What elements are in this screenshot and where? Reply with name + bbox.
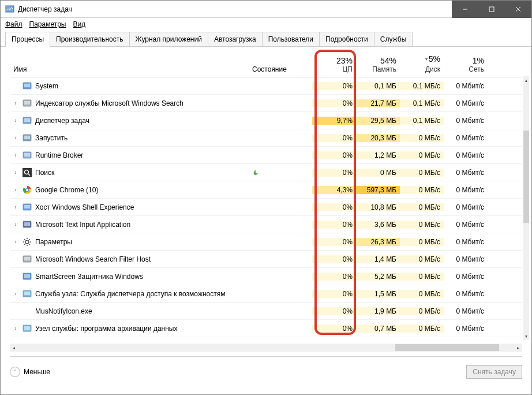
expand-toggle-icon[interactable]: › bbox=[12, 290, 19, 297]
expand-toggle-icon[interactable]: › bbox=[12, 135, 19, 141]
table-header: Имя Состояние 23% ЦП 54% Память ▾5% Диск… bbox=[10, 53, 522, 77]
memory-value: 1,4 МБ bbox=[356, 255, 400, 263]
network-value: 0 Мбит/с bbox=[444, 82, 488, 90]
memory-value: 1,9 МБ bbox=[356, 307, 400, 315]
table-row[interactable]: ›Google Chrome (10)4,3%597,3 МБ0 МБ/с0 М… bbox=[10, 181, 522, 199]
tab-3[interactable]: Автозагрузка bbox=[208, 32, 263, 46]
cpu-value: 0% bbox=[312, 169, 356, 177]
scrollbar-thumb[interactable] bbox=[523, 131, 529, 223]
tab-2[interactable]: Журнал приложений bbox=[129, 32, 208, 46]
suspended-icon bbox=[252, 169, 259, 176]
expand-toggle-icon[interactable]: › bbox=[12, 239, 19, 245]
end-task-button[interactable]: Снять задачу bbox=[466, 365, 522, 379]
network-value: 0 Мбит/с bbox=[444, 290, 488, 298]
table-row[interactable]: MusNotifyIcon.exe0%1,9 МБ0 МБ/с0 Мбит/с bbox=[10, 303, 522, 320]
column-name[interactable]: Имя bbox=[10, 54, 249, 77]
memory-value: 0,7 МБ bbox=[356, 325, 400, 333]
disk-value: 0 МБ/с bbox=[400, 238, 444, 246]
expand-toggle-icon[interactable]: › bbox=[12, 152, 19, 158]
menu-options[interactable]: Параметры bbox=[29, 20, 66, 28]
menu-file[interactable]: Файл bbox=[5, 20, 23, 28]
cpu-value: 0% bbox=[312, 221, 356, 229]
process-name: Хост Windows Shell Experience bbox=[35, 203, 134, 211]
svg-rect-2 bbox=[489, 7, 494, 12]
horizontal-scrollbar[interactable]: ◂ ▸ bbox=[10, 344, 522, 352]
process-table: Имя Состояние 23% ЦП 54% Память ▾5% Диск… bbox=[10, 53, 522, 340]
titlebar: Диспетчер задач bbox=[1, 1, 531, 18]
vertical-scrollbar[interactable]: ▴ ▾ bbox=[523, 76, 529, 340]
shell-icon bbox=[23, 203, 32, 212]
network-value: 0 Мбит/с bbox=[444, 273, 488, 281]
table-row[interactable]: ›Runtime Broker0%1,2 МБ0 МБ/с0 Мбит/с bbox=[10, 147, 522, 164]
tab-0[interactable]: Процессы bbox=[5, 32, 50, 46]
fewer-details-label: Меньше bbox=[24, 368, 50, 376]
runtime-icon bbox=[23, 151, 32, 160]
process-name: Google Chrome (10) bbox=[35, 186, 98, 194]
svg-rect-6 bbox=[24, 84, 30, 87]
tab-1[interactable]: Производительность bbox=[50, 32, 129, 46]
svg-rect-41 bbox=[24, 326, 30, 330]
disk-value: 0 МБ/с bbox=[400, 151, 444, 159]
table-row[interactable]: System0%0,1 МБ0,1 МБ/с0 Мбит/с bbox=[10, 77, 522, 95]
cpu-value: 0% bbox=[312, 82, 356, 90]
memory-value: 3,6 МБ bbox=[356, 221, 400, 229]
svg-line-32 bbox=[24, 244, 25, 245]
process-state bbox=[249, 169, 312, 176]
process-name: Поиск bbox=[35, 169, 54, 177]
fewer-details-button[interactable]: ˄ Меньше bbox=[10, 367, 50, 377]
svg-line-31 bbox=[29, 244, 31, 245]
svg-line-33 bbox=[29, 239, 31, 240]
svg-rect-8 bbox=[24, 101, 30, 105]
table-row[interactable]: ›Узел службы: программа архивации данных… bbox=[10, 320, 522, 337]
network-value: 0 Мбит/с bbox=[444, 134, 488, 142]
expand-toggle-icon[interactable]: › bbox=[12, 100, 19, 106]
tab-6[interactable]: Службы bbox=[374, 32, 413, 46]
table-row[interactable]: ›Параметры0%26,3 МБ0 МБ/с0 Мбит/с bbox=[10, 233, 522, 251]
expand-toggle-icon[interactable]: › bbox=[12, 117, 19, 124]
column-memory[interactable]: 54% Память bbox=[356, 54, 400, 77]
table-row[interactable]: ›Microsoft Text Input Application0%3,6 М… bbox=[10, 216, 522, 233]
network-value: 0 Мбит/с bbox=[444, 151, 488, 159]
table-row[interactable]: SmartScreen Защитника Windows0%5,2 МБ0 М… bbox=[10, 268, 522, 285]
scroll-left-icon[interactable]: ◂ bbox=[10, 345, 18, 351]
svg-rect-14 bbox=[24, 153, 30, 156]
network-value: 0 Мбит/с bbox=[444, 307, 488, 315]
svg-point-20 bbox=[26, 189, 28, 191]
scroll-down-icon[interactable]: ▾ bbox=[523, 332, 529, 340]
expand-toggle-icon[interactable]: › bbox=[12, 325, 19, 331]
column-cpu[interactable]: 23% ЦП bbox=[312, 54, 356, 77]
disk-value: 0 МБ/с bbox=[400, 290, 444, 298]
menubar: Файл Параметры Вид bbox=[1, 18, 531, 32]
textinput-icon bbox=[23, 220, 32, 229]
svg-point-25 bbox=[25, 240, 29, 244]
table-row[interactable]: ›Служба узла: Служба диспетчера доступа … bbox=[10, 285, 522, 303]
column-disk[interactable]: ▾5% Диск bbox=[400, 53, 444, 77]
network-value: 0 Мбит/с bbox=[444, 255, 488, 263]
close-button[interactable] bbox=[505, 1, 531, 18]
table-row[interactable]: Microsoft Windows Search Filter Host0%1,… bbox=[10, 251, 522, 268]
table-row[interactable]: ›Хост Windows Shell Experience0%10,8 МБ0… bbox=[10, 199, 522, 216]
maximize-button[interactable] bbox=[478, 1, 505, 18]
column-state[interactable]: Состояние bbox=[249, 54, 312, 77]
scroll-right-icon[interactable]: ▸ bbox=[514, 345, 522, 351]
process-name: Microsoft Text Input Application bbox=[35, 221, 130, 229]
expand-toggle-icon[interactable]: › bbox=[12, 204, 19, 210]
table-row[interactable]: ›Поиск0%0 МБ0 МБ/с0 Мбит/с bbox=[10, 164, 522, 181]
expand-toggle-icon[interactable]: › bbox=[12, 187, 19, 193]
table-row[interactable]: ›Запустить0%20,3 МБ0 МБ/с0 Мбит/с bbox=[10, 129, 522, 147]
disk-value: 0 МБ/с bbox=[400, 307, 444, 315]
table-row[interactable]: ›Диспетчер задач9,7%29,5 МБ0,1 МБ/с0 Мби… bbox=[10, 112, 522, 129]
column-network[interactable]: 1% Сеть bbox=[444, 54, 488, 77]
expand-toggle-icon[interactable]: › bbox=[12, 221, 19, 228]
expand-toggle-icon[interactable]: › bbox=[12, 169, 19, 176]
tab-5[interactable]: Подробности bbox=[319, 32, 374, 46]
cpu-value: 9,7% bbox=[312, 117, 356, 125]
tab-4[interactable]: Пользователи bbox=[262, 32, 320, 46]
system-icon bbox=[23, 81, 32, 91]
hscrollbar-thumb[interactable] bbox=[395, 344, 499, 351]
table-row[interactable]: ›Индексатор службы Microsoft Windows Sea… bbox=[10, 95, 522, 112]
minimize-button[interactable] bbox=[452, 1, 478, 18]
menu-view[interactable]: Вид bbox=[73, 20, 85, 28]
scroll-up-icon[interactable]: ▴ bbox=[523, 76, 529, 84]
svg-rect-24 bbox=[24, 222, 30, 226]
